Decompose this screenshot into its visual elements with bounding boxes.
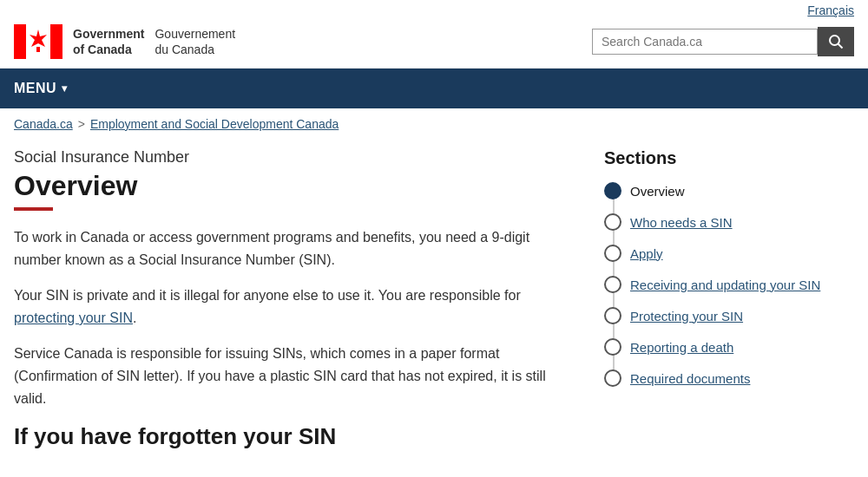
nav-item-required-docs[interactable]: Required documents <box>604 369 838 387</box>
svg-rect-0 <box>14 24 26 59</box>
search-input[interactable] <box>592 29 818 55</box>
svg-point-5 <box>830 36 839 45</box>
title-underline <box>14 207 53 211</box>
government-name: Governmentof Canada <box>73 26 144 57</box>
government-name-fr: Gouvernementdu Canada <box>155 26 235 57</box>
nav-link-protecting[interactable]: Protecting your SIN <box>630 309 743 323</box>
nav-link-required-docs[interactable]: Required documents <box>630 371 750 386</box>
sidebar: Sections Overview Who needs a SIN Apply … <box>604 148 838 450</box>
nav-link-reporting[interactable]: Reporting a death <box>630 340 733 355</box>
header: Governmentof Canada Gouvernementdu Canad… <box>0 17 868 69</box>
search-icon <box>828 34 844 49</box>
francais-link[interactable]: Français <box>807 3 854 17</box>
nav-dot-apply <box>604 245 621 262</box>
svg-rect-2 <box>50 24 62 59</box>
breadcrumb-home[interactable]: Canada.ca <box>14 117 73 131</box>
nav-item-apply[interactable]: Apply <box>604 245 838 262</box>
sections-nav: Overview Who needs a SIN Apply Receiving… <box>604 182 838 387</box>
nav-dot-required-docs <box>604 369 621 387</box>
menu-button[interactable]: MENU ▾ <box>14 69 68 108</box>
nav-link-overview[interactable]: Overview <box>630 184 685 199</box>
nav-bar: MENU ▾ <box>0 69 868 108</box>
forgotten-sin-heading: If you have forgotten your SIN <box>14 423 569 450</box>
nav-item-overview[interactable]: Overview <box>604 182 838 199</box>
main-content: Social Insurance Number Overview To work… <box>0 140 868 467</box>
breadcrumb: Canada.ca > Employment and Social Develo… <box>0 108 868 140</box>
sidebar-title: Sections <box>604 148 838 168</box>
svg-rect-4 <box>36 47 40 52</box>
chevron-down-icon: ▾ <box>62 82 68 95</box>
nav-link-receiving[interactable]: Receiving and updating your SIN <box>630 278 820 292</box>
paragraph-3: Service Canada is responsible for issuin… <box>14 343 569 409</box>
nav-dot-overview <box>604 182 621 199</box>
page-title: Overview <box>14 170 569 202</box>
gov-name-english: Governmentof Canada <box>73 26 144 57</box>
top-bar: Français <box>0 0 868 17</box>
nav-dot-reporting <box>604 338 621 356</box>
page-label: Social Insurance Number <box>14 148 569 167</box>
breadcrumb-current[interactable]: Employment and Social Development Canada <box>90 117 339 131</box>
canada-flag-icon <box>14 24 62 59</box>
nav-item-reporting[interactable]: Reporting a death <box>604 338 838 356</box>
svg-line-6 <box>838 44 843 49</box>
nav-link-who-needs[interactable]: Who needs a SIN <box>630 215 733 230</box>
paragraph-2: Your SIN is private and it is illegal fo… <box>14 284 569 329</box>
protecting-sin-link[interactable]: protecting your SIN <box>14 310 133 325</box>
nav-item-who-needs[interactable]: Who needs a SIN <box>604 213 838 231</box>
content-area: Social Insurance Number Overview To work… <box>14 148 569 450</box>
search-button[interactable] <box>818 27 854 56</box>
nav-link-apply[interactable]: Apply <box>630 246 663 261</box>
nav-item-receiving[interactable]: Receiving and updating your SIN <box>604 276 838 293</box>
nav-dot-who-needs <box>604 213 621 231</box>
breadcrumb-separator: > <box>78 117 85 131</box>
nav-item-protecting[interactable]: Protecting your SIN <box>604 307 838 324</box>
menu-label: MENU <box>14 81 56 96</box>
paragraph-1: To work in Canada or access government p… <box>14 226 569 271</box>
nav-dot-protecting <box>604 307 621 324</box>
nav-dot-receiving <box>604 276 621 293</box>
search-area <box>592 27 854 56</box>
logo-area: Governmentof Canada Gouvernementdu Canad… <box>14 24 235 59</box>
gov-name-french: Gouvernementdu Canada <box>155 26 235 57</box>
